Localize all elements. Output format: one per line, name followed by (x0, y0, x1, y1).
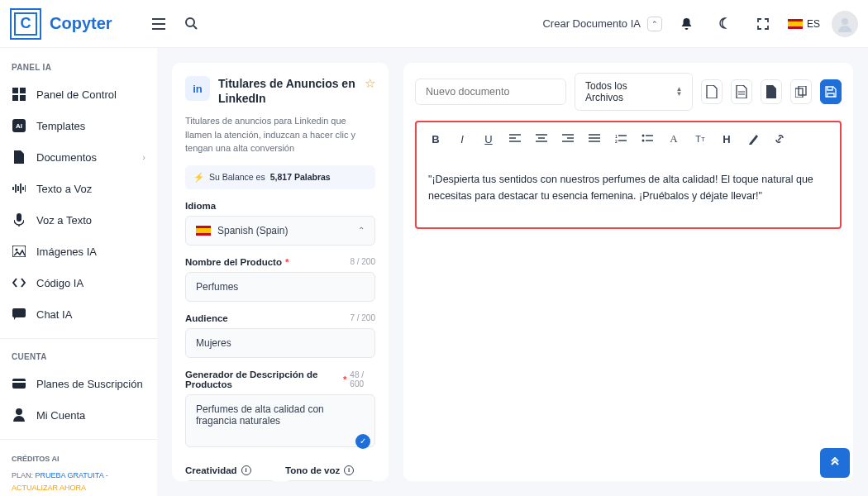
svg-rect-5 (20, 95, 26, 101)
align-right-button[interactable] (557, 129, 579, 149)
align-center-button[interactable] (531, 129, 552, 149)
app-header: C Copyter Crear Documento IA ⌃ ES (0, 0, 868, 48)
search-icon[interactable] (179, 11, 205, 37)
code-icon (12, 275, 26, 290)
chat-icon (12, 307, 26, 322)
chevron-up-icon: ⌃ (358, 226, 365, 235)
sidebar-item-label: Planes de Suscripción (36, 378, 143, 390)
audience-label: Audience (185, 313, 228, 323)
audio-wave-icon (12, 181, 26, 196)
fullscreen-icon[interactable] (750, 11, 776, 37)
audience-input[interactable] (185, 328, 375, 358)
document-name-input[interactable] (415, 79, 566, 105)
dashboard-icon (12, 87, 26, 102)
svg-point-0 (186, 18, 194, 26)
bold-button[interactable]: B (425, 129, 446, 149)
user-avatar[interactable] (832, 11, 858, 37)
plan-line: PLAN: PRUEBA GRATUITA - ACTUALIZAR AHORA (12, 470, 145, 494)
editor-toolbar: B I U 12 A TT H (417, 122, 840, 156)
create-document-label: Crear Documento IA (542, 17, 641, 30)
sidebar-item-label: Panel de Control (36, 88, 117, 101)
svg-rect-11 (12, 308, 26, 317)
scroll-top-button[interactable] (820, 448, 850, 478)
check-icon: ✓ (355, 434, 370, 449)
export-word-icon[interactable] (701, 79, 723, 104)
svg-rect-13 (12, 381, 26, 383)
template-form-panel: in Titulares de Anuncios en LinkedIn ☆ T… (172, 63, 389, 481)
chevron-right-icon: › (142, 152, 145, 162)
dark-mode-icon[interactable] (712, 11, 738, 37)
plan-name-link[interactable]: PRUEBA GRATUITA (36, 471, 104, 479)
font-family-button[interactable]: A (663, 129, 684, 149)
sidebar-item-documents[interactable]: Documentos › (0, 141, 157, 173)
favorite-star-icon[interactable]: ☆ (365, 76, 375, 91)
sidebar-item-label: Texto a Voz (36, 183, 92, 195)
highlight-button[interactable] (742, 129, 764, 149)
sidebar-item-account[interactable]: Mi Cuenta (0, 399, 157, 431)
export-pdf-icon[interactable] (731, 79, 752, 104)
language-code: ES (807, 18, 820, 30)
link-button[interactable] (769, 129, 790, 149)
creativity-select[interactable]: Media▲▼ (185, 480, 275, 481)
menu-toggle-icon[interactable] (145, 11, 172, 37)
svg-rect-12 (12, 379, 26, 389)
save-button[interactable] (820, 79, 842, 104)
tone-select[interactable]: Casual▲▼ (285, 480, 375, 481)
sidebar-item-code[interactable]: Código IA (0, 267, 157, 298)
export-txt-icon[interactable] (761, 79, 782, 104)
underline-button[interactable]: U (478, 129, 499, 149)
svg-point-14 (16, 408, 22, 415)
product-name-input[interactable] (185, 272, 375, 302)
align-justify-button[interactable] (584, 129, 605, 149)
align-left-button[interactable] (504, 129, 526, 149)
sidebar-item-templates[interactable]: AI Templates (0, 110, 157, 141)
svg-rect-3 (20, 88, 26, 93)
logo: C (10, 8, 41, 40)
sidebar-item-label: Documentos (36, 151, 97, 164)
upgrade-link[interactable]: ACTUALIZAR AHORA (12, 484, 86, 492)
sidebar-item-tts[interactable]: Texto a Voz (0, 173, 157, 204)
copy-icon[interactable] (790, 79, 812, 104)
font-size-button[interactable]: TT (689, 129, 711, 149)
info-icon[interactable]: i (344, 465, 354, 475)
editor-content[interactable]: "¡Despierta tus sentidos con nuestros pe… (417, 156, 840, 227)
ordered-list-button[interactable]: 12 (610, 129, 632, 149)
sidebar-item-chat[interactable]: Chat IA (0, 298, 157, 330)
sidebar-item-label: Mi Cuenta (36, 409, 85, 422)
sidebar-section-panel: PANEL IA (0, 58, 157, 79)
card-icon (12, 376, 26, 391)
language-selector[interactable]: ES (788, 18, 820, 30)
user-icon (12, 408, 26, 422)
info-icon[interactable]: i (241, 465, 251, 475)
sidebar-item-label: Imágenes IA (36, 246, 97, 258)
flag-es-icon (196, 226, 211, 236)
language-select[interactable]: Spanish (Spain) ⌃ (185, 216, 375, 246)
sidebar-item-label: Templates (36, 120, 85, 132)
unordered-list-button[interactable] (637, 129, 658, 149)
product-name-count: 8 / 200 (350, 257, 375, 266)
sidebar-item-plans[interactable]: Planes de Suscripción (0, 368, 157, 399)
bell-icon[interactable] (674, 11, 700, 37)
sidebar-item-images[interactable]: Imágenes IA (0, 236, 157, 267)
files-select[interactable]: Todos los Archivos ▲▼ (575, 73, 693, 111)
svg-point-1 (842, 18, 848, 25)
chevron-up-icon: ⌃ (647, 17, 662, 31)
sidebar-item-label: Código IA (36, 277, 83, 289)
svg-text:AI: AI (16, 122, 22, 130)
sidebar-item-dashboard[interactable]: Panel de Control (0, 79, 157, 110)
balance-info: ⚡ Su Balance es 5,817 Palabras (185, 165, 375, 189)
flag-es-icon (788, 19, 803, 29)
template-description: Titulares de anuncios para Linkedin que … (185, 114, 375, 155)
document-icon (12, 150, 26, 165)
sidebar-item-stt[interactable]: Voz a Texto (0, 204, 157, 236)
description-textarea[interactable] (185, 394, 375, 447)
linkedin-icon: in (185, 76, 210, 101)
svg-rect-4 (12, 95, 18, 101)
create-document-dropdown[interactable]: Crear Documento IA ⌃ (542, 17, 662, 31)
creativity-label: Creatividad (185, 465, 237, 475)
italic-button[interactable]: I (451, 129, 473, 149)
credits-heading: CRÉDITOS AI (12, 453, 145, 465)
description-count: 48 / 600 (350, 370, 375, 389)
heading-button[interactable]: H (716, 129, 737, 149)
image-icon (12, 244, 26, 259)
